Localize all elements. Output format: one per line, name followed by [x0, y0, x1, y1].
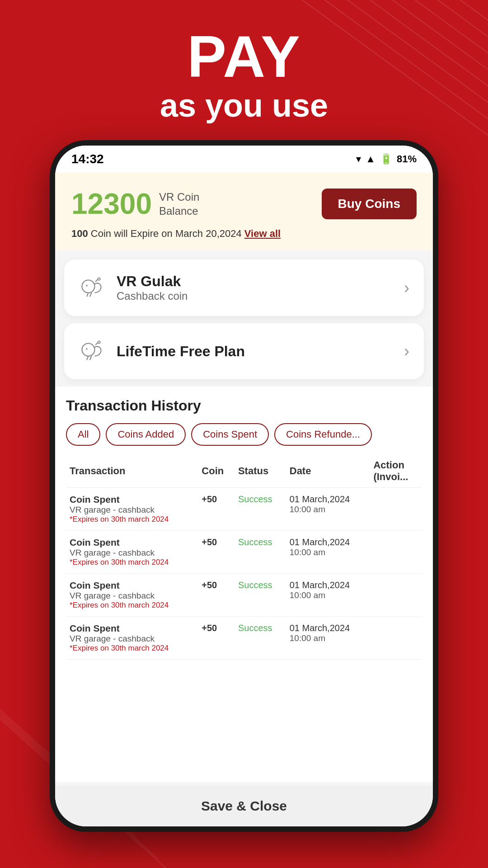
transaction-section: Transaction History All Coins Added Coin…: [55, 387, 433, 782]
svg-point-22: [98, 341, 100, 343]
coin-amount: 12300: [71, 187, 152, 221]
expiry-row: 100 Coin will Expire on March 20,2024 Vi…: [71, 228, 417, 240]
lifetime-title: LifeTime Free Plan: [117, 343, 245, 360]
status-bar: 14:32 ▾ ▲ 🔋 81%: [55, 146, 433, 173]
coin-balance-row: 12300 VR Coin Balance Buy Coins: [71, 187, 417, 221]
col-status: Status: [235, 455, 286, 488]
col-transaction: Transaction: [66, 455, 198, 488]
card-left: VR Gulak Cashback coin: [79, 273, 188, 302]
battery-icon: 🔋: [380, 153, 392, 165]
svg-point-13: [82, 280, 95, 292]
save-close-bar[interactable]: Save & Close: [55, 786, 433, 826]
tx-action-cell: [370, 531, 422, 574]
tx-coin-cell: +50: [198, 488, 235, 531]
tx-date-cell: 01 March,2024 10:00 am: [286, 617, 370, 660]
tx-transaction-cell: Coin Spent VR garage - cashback *Expires…: [66, 574, 198, 617]
tx-coin-cell: +50: [198, 617, 235, 660]
phone-screen: 14:32 ▾ ▲ 🔋 81% 12300 VR Coin Balance: [55, 146, 433, 826]
piggy-bank-icon: [79, 274, 108, 302]
wifi-icon: ▾: [356, 153, 361, 165]
tx-status-cell: Success: [235, 574, 286, 617]
lifetime-card-text: LifeTime Free Plan: [117, 343, 245, 360]
signal-icon: ▲: [366, 153, 375, 165]
tx-date-cell: 01 March,2024 10:00 am: [286, 488, 370, 531]
tx-coin-cell: +50: [198, 574, 235, 617]
tx-status-cell: Success: [235, 531, 286, 574]
battery-percent: 81%: [397, 153, 417, 165]
col-coin: Coin: [198, 455, 235, 488]
filter-tab-coins-added[interactable]: Coins Added: [106, 423, 186, 446]
coin-balance-section: 12300 VR Coin Balance Buy Coins 100 Coin…: [55, 173, 433, 250]
status-time: 14:32: [71, 152, 104, 166]
lifetime-chevron-icon: ›: [404, 342, 409, 361]
tx-transaction-cell: Coin Spent VR garage - cashback *Expires…: [66, 488, 198, 531]
tx-date-cell: 01 March,2024 10:00 am: [286, 531, 370, 574]
transaction-title: Transaction History: [66, 397, 422, 414]
tx-action-cell: [370, 574, 422, 617]
svg-point-17: [98, 278, 100, 280]
status-icons: ▾ ▲ 🔋 81%: [356, 153, 417, 165]
table-row: Coin Spent VR garage - cashback *Expires…: [66, 574, 422, 617]
svg-line-21: [87, 356, 89, 360]
col-action: Action(Invoi...: [370, 455, 422, 488]
svg-point-14: [86, 285, 88, 287]
view-all-link[interactable]: View all: [244, 228, 281, 239]
filter-tab-coins-refunded[interactable]: Coins Refunde...: [274, 423, 372, 446]
table-row: Coin Spent VR garage - cashback *Expires…: [66, 488, 422, 531]
pay-subtitle: as you use: [0, 86, 488, 125]
svg-line-15: [90, 292, 92, 297]
filter-tab-coins-spent[interactable]: Coins Spent: [191, 423, 269, 446]
gulak-card-text: VR Gulak Cashback coin: [117, 273, 188, 302]
gulak-chevron-icon: ›: [404, 278, 409, 297]
gulak-subtitle: Cashback coin: [117, 290, 188, 302]
svg-line-16: [87, 292, 89, 297]
lifetime-piggy-icon: [79, 337, 108, 366]
col-date: Date: [286, 455, 370, 488]
svg-line-20: [90, 356, 92, 360]
tx-action-cell: [370, 617, 422, 660]
filter-tabs: All Coins Added Coins Spent Coins Refund…: [66, 423, 422, 446]
phone-frame: 14:32 ▾ ▲ 🔋 81% 12300 VR Coin Balance: [50, 140, 438, 832]
tx-transaction-cell: Coin Spent VR garage - cashback *Expires…: [66, 617, 198, 660]
vr-gulak-card[interactable]: VR Gulak Cashback coin ›: [64, 259, 424, 316]
tx-status-cell: Success: [235, 488, 286, 531]
gulak-title: VR Gulak: [117, 273, 188, 290]
cards-section: VR Gulak Cashback coin ›: [55, 250, 433, 379]
card-left-lifetime: LifeTime Free Plan: [79, 337, 245, 366]
header-section: PAY as you use: [0, 27, 488, 125]
phone-content: 14:32 ▾ ▲ 🔋 81% 12300 VR Coin Balance: [55, 146, 433, 826]
transaction-table: Transaction Coin Status Date Action(Invo…: [66, 455, 422, 660]
table-row: Coin Spent VR garage - cashback *Expires…: [66, 531, 422, 574]
table-row: Coin Spent VR garage - cashback *Expires…: [66, 617, 422, 660]
buy-coins-button[interactable]: Buy Coins: [322, 189, 417, 219]
pay-title: PAY: [0, 27, 488, 86]
lifetime-plan-card[interactable]: LifeTime Free Plan ›: [64, 323, 424, 379]
filter-tab-all[interactable]: All: [66, 423, 100, 446]
coin-label: VR Coin Balance: [159, 190, 199, 218]
coin-balance-left: 12300 VR Coin Balance: [71, 187, 199, 221]
tx-coin-cell: +50: [198, 531, 235, 574]
tx-transaction-cell: Coin Spent VR garage - cashback *Expires…: [66, 531, 198, 574]
tx-action-cell: [370, 488, 422, 531]
svg-point-19: [86, 348, 88, 350]
tx-status-cell: Success: [235, 617, 286, 660]
tx-date-cell: 01 March,2024 10:00 am: [286, 574, 370, 617]
svg-point-18: [82, 344, 95, 356]
